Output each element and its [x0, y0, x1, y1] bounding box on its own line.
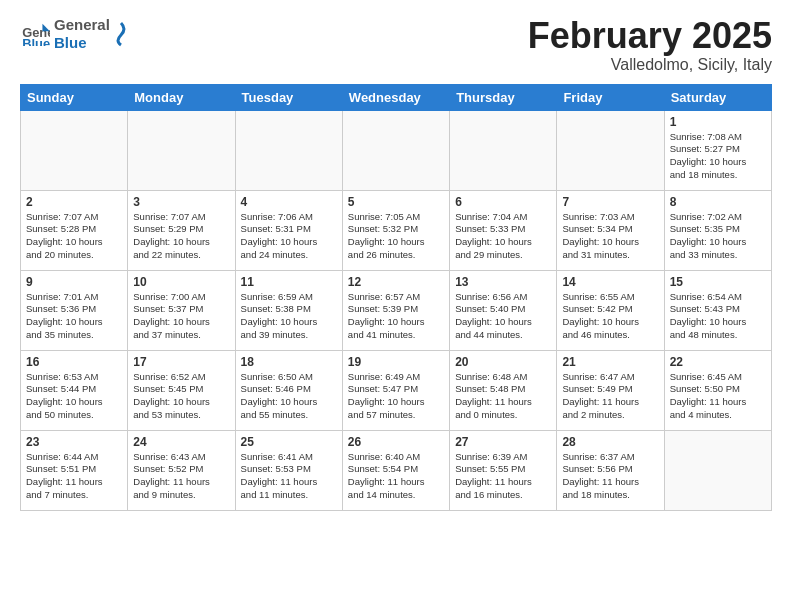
calendar-week-row: 23Sunrise: 6:44 AM Sunset: 5:51 PM Dayli…: [21, 430, 772, 510]
table-row: 7Sunrise: 7:03 AM Sunset: 5:34 PM Daylig…: [557, 190, 664, 270]
day-details: Sunrise: 7:04 AM Sunset: 5:33 PM Dayligh…: [455, 211, 551, 262]
table-row: [21, 110, 128, 190]
table-row: [342, 110, 449, 190]
calendar-week-row: 1Sunrise: 7:08 AM Sunset: 5:27 PM Daylig…: [21, 110, 772, 190]
day-number: 15: [670, 275, 766, 289]
table-row: 19Sunrise: 6:49 AM Sunset: 5:47 PM Dayli…: [342, 350, 449, 430]
table-row: 25Sunrise: 6:41 AM Sunset: 5:53 PM Dayli…: [235, 430, 342, 510]
day-details: Sunrise: 6:40 AM Sunset: 5:54 PM Dayligh…: [348, 451, 444, 502]
table-row: [235, 110, 342, 190]
col-friday: Friday: [557, 84, 664, 110]
day-number: 11: [241, 275, 337, 289]
table-row: [128, 110, 235, 190]
day-number: 5: [348, 195, 444, 209]
day-number: 28: [562, 435, 658, 449]
day-number: 27: [455, 435, 551, 449]
page: General Blue General Blue February 2025 …: [0, 0, 792, 521]
table-row: [450, 110, 557, 190]
month-title: February 2025: [528, 16, 772, 56]
day-number: 25: [241, 435, 337, 449]
logo: General Blue General Blue: [20, 16, 131, 52]
day-number: 23: [26, 435, 122, 449]
day-details: Sunrise: 7:06 AM Sunset: 5:31 PM Dayligh…: [241, 211, 337, 262]
day-details: Sunrise: 7:05 AM Sunset: 5:32 PM Dayligh…: [348, 211, 444, 262]
table-row: 4Sunrise: 7:06 AM Sunset: 5:31 PM Daylig…: [235, 190, 342, 270]
day-details: Sunrise: 6:57 AM Sunset: 5:39 PM Dayligh…: [348, 291, 444, 342]
table-row: 26Sunrise: 6:40 AM Sunset: 5:54 PM Dayli…: [342, 430, 449, 510]
table-row: 13Sunrise: 6:56 AM Sunset: 5:40 PM Dayli…: [450, 270, 557, 350]
day-details: Sunrise: 6:59 AM Sunset: 5:38 PM Dayligh…: [241, 291, 337, 342]
day-number: 19: [348, 355, 444, 369]
day-number: 22: [670, 355, 766, 369]
day-details: Sunrise: 6:48 AM Sunset: 5:48 PM Dayligh…: [455, 371, 551, 422]
day-details: Sunrise: 6:54 AM Sunset: 5:43 PM Dayligh…: [670, 291, 766, 342]
table-row: 8Sunrise: 7:02 AM Sunset: 5:35 PM Daylig…: [664, 190, 771, 270]
logo-blue: Blue: [54, 34, 110, 52]
logo-wave-icon: [111, 21, 131, 47]
table-row: 5Sunrise: 7:05 AM Sunset: 5:32 PM Daylig…: [342, 190, 449, 270]
table-row: 2Sunrise: 7:07 AM Sunset: 5:28 PM Daylig…: [21, 190, 128, 270]
day-number: 12: [348, 275, 444, 289]
header: General Blue General Blue February 2025 …: [20, 16, 772, 74]
logo-icon: General Blue: [22, 22, 50, 46]
day-number: 26: [348, 435, 444, 449]
calendar-week-row: 16Sunrise: 6:53 AM Sunset: 5:44 PM Dayli…: [21, 350, 772, 430]
calendar: Sunday Monday Tuesday Wednesday Thursday…: [20, 84, 772, 511]
day-number: 20: [455, 355, 551, 369]
day-number: 18: [241, 355, 337, 369]
calendar-week-row: 9Sunrise: 7:01 AM Sunset: 5:36 PM Daylig…: [21, 270, 772, 350]
day-number: 1: [670, 115, 766, 129]
day-number: 17: [133, 355, 229, 369]
day-number: 10: [133, 275, 229, 289]
calendar-header-row: Sunday Monday Tuesday Wednesday Thursday…: [21, 84, 772, 110]
table-row: 15Sunrise: 6:54 AM Sunset: 5:43 PM Dayli…: [664, 270, 771, 350]
table-row: 14Sunrise: 6:55 AM Sunset: 5:42 PM Dayli…: [557, 270, 664, 350]
col-wednesday: Wednesday: [342, 84, 449, 110]
day-number: 6: [455, 195, 551, 209]
table-row: 3Sunrise: 7:07 AM Sunset: 5:29 PM Daylig…: [128, 190, 235, 270]
day-details: Sunrise: 6:49 AM Sunset: 5:47 PM Dayligh…: [348, 371, 444, 422]
day-number: 3: [133, 195, 229, 209]
col-tuesday: Tuesday: [235, 84, 342, 110]
day-details: Sunrise: 6:52 AM Sunset: 5:45 PM Dayligh…: [133, 371, 229, 422]
day-details: Sunrise: 6:45 AM Sunset: 5:50 PM Dayligh…: [670, 371, 766, 422]
logo-general: General: [54, 16, 110, 34]
table-row: 28Sunrise: 6:37 AM Sunset: 5:56 PM Dayli…: [557, 430, 664, 510]
table-row: 20Sunrise: 6:48 AM Sunset: 5:48 PM Dayli…: [450, 350, 557, 430]
day-details: Sunrise: 6:37 AM Sunset: 5:56 PM Dayligh…: [562, 451, 658, 502]
day-details: Sunrise: 7:01 AM Sunset: 5:36 PM Dayligh…: [26, 291, 122, 342]
day-number: 8: [670, 195, 766, 209]
day-details: Sunrise: 7:03 AM Sunset: 5:34 PM Dayligh…: [562, 211, 658, 262]
table-row: 27Sunrise: 6:39 AM Sunset: 5:55 PM Dayli…: [450, 430, 557, 510]
day-number: 4: [241, 195, 337, 209]
day-number: 2: [26, 195, 122, 209]
day-details: Sunrise: 6:55 AM Sunset: 5:42 PM Dayligh…: [562, 291, 658, 342]
day-details: Sunrise: 6:41 AM Sunset: 5:53 PM Dayligh…: [241, 451, 337, 502]
location: Valledolmo, Sicily, Italy: [528, 56, 772, 74]
day-details: Sunrise: 7:08 AM Sunset: 5:27 PM Dayligh…: [670, 131, 766, 182]
table-row: 18Sunrise: 6:50 AM Sunset: 5:46 PM Dayli…: [235, 350, 342, 430]
day-details: Sunrise: 7:00 AM Sunset: 5:37 PM Dayligh…: [133, 291, 229, 342]
svg-text:Blue: Blue: [22, 36, 50, 46]
day-number: 7: [562, 195, 658, 209]
day-number: 13: [455, 275, 551, 289]
day-details: Sunrise: 6:47 AM Sunset: 5:49 PM Dayligh…: [562, 371, 658, 422]
table-row: 16Sunrise: 6:53 AM Sunset: 5:44 PM Dayli…: [21, 350, 128, 430]
day-details: Sunrise: 6:44 AM Sunset: 5:51 PM Dayligh…: [26, 451, 122, 502]
day-details: Sunrise: 6:50 AM Sunset: 5:46 PM Dayligh…: [241, 371, 337, 422]
table-row: 21Sunrise: 6:47 AM Sunset: 5:49 PM Dayli…: [557, 350, 664, 430]
table-row: 17Sunrise: 6:52 AM Sunset: 5:45 PM Dayli…: [128, 350, 235, 430]
col-saturday: Saturday: [664, 84, 771, 110]
table-row: [664, 430, 771, 510]
table-row: 1Sunrise: 7:08 AM Sunset: 5:27 PM Daylig…: [664, 110, 771, 190]
day-details: Sunrise: 7:02 AM Sunset: 5:35 PM Dayligh…: [670, 211, 766, 262]
col-thursday: Thursday: [450, 84, 557, 110]
table-row: 6Sunrise: 7:04 AM Sunset: 5:33 PM Daylig…: [450, 190, 557, 270]
day-details: Sunrise: 7:07 AM Sunset: 5:29 PM Dayligh…: [133, 211, 229, 262]
calendar-week-row: 2Sunrise: 7:07 AM Sunset: 5:28 PM Daylig…: [21, 190, 772, 270]
table-row: 22Sunrise: 6:45 AM Sunset: 5:50 PM Dayli…: [664, 350, 771, 430]
table-row: 10Sunrise: 7:00 AM Sunset: 5:37 PM Dayli…: [128, 270, 235, 350]
day-number: 21: [562, 355, 658, 369]
table-row: 11Sunrise: 6:59 AM Sunset: 5:38 PM Dayli…: [235, 270, 342, 350]
day-details: Sunrise: 6:53 AM Sunset: 5:44 PM Dayligh…: [26, 371, 122, 422]
